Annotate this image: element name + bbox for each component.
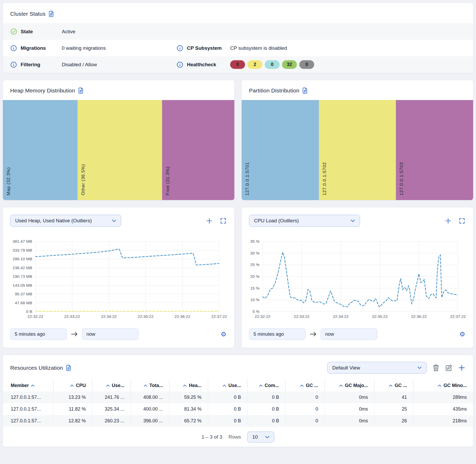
chevron-down-icon — [265, 436, 269, 439]
check-circle-icon — [10, 28, 21, 35]
y-axis-label: 238.42 MB — [13, 266, 32, 270]
fullscreen-icon[interactable] — [220, 218, 226, 224]
time-from-input[interactable]: 5 minutes ago — [10, 328, 67, 340]
sort-caret-icon — [300, 384, 304, 387]
table-cell: 435ms — [413, 403, 473, 415]
gear-icon[interactable]: ⚙ — [221, 331, 226, 338]
document-icon[interactable] — [302, 87, 308, 94]
time-from-input[interactable]: 5 minutes ago — [249, 328, 306, 340]
segment-label: Map (32.3%) — [6, 167, 11, 195]
healthcheck-badge: 0 — [265, 60, 280, 69]
y-axis-label: 381.47 MB — [13, 239, 32, 244]
table-cell: 289ms — [413, 391, 473, 403]
table-cell: 0 B — [247, 403, 285, 415]
column-header-gc-major[interactable]: GC ... — [285, 379, 324, 391]
cluster-status-row-migrations: Migrations 0 waiting migrations CP Subsy… — [3, 40, 473, 56]
y-axis-label: 286.10 MB — [13, 257, 32, 261]
table-cell: 127.0.0.1:57... — [3, 403, 54, 415]
table-cell: 0 B — [208, 403, 247, 415]
panel-title: Partition Distribution — [249, 87, 299, 94]
time-to-input[interactable]: now — [321, 328, 377, 340]
filtering-value: Disabled / Allow — [62, 62, 176, 68]
document-icon[interactable] — [66, 365, 71, 371]
x-axis-label: 22:34:22 — [101, 314, 117, 319]
distribution-segment: Free (31.3%) — [162, 100, 234, 200]
sort-caret-icon — [223, 384, 226, 387]
gear-icon[interactable]: ⚙ — [460, 331, 465, 338]
distribution-segment: 127.0.0.1:5703 — [396, 100, 473, 200]
sort-caret-icon — [144, 384, 147, 387]
column-header-gc-minor-time[interactable]: GC Mino... — [413, 379, 473, 391]
x-axis-label: 22:35:22 — [138, 314, 153, 319]
column-header-total-heap[interactable]: Tota... — [131, 379, 169, 391]
table-cell: 0ms — [324, 403, 374, 415]
sort-caret-icon — [389, 384, 392, 387]
arrow-right-icon — [310, 332, 317, 337]
x-axis-label: 22:34:22 — [333, 314, 348, 319]
healthcheck-badge: 32 — [282, 60, 297, 69]
sort-caret-icon — [259, 384, 263, 387]
page-size-value: 10 — [252, 434, 258, 440]
column-header-used-native[interactable]: Use... — [208, 379, 247, 391]
table-row[interactable]: 127.0.0.1:57...12.82 %260.23 ...396.00 .… — [3, 415, 473, 427]
distribution-segment: Map (32.3%) — [3, 100, 78, 200]
add-chart-icon[interactable] — [445, 218, 451, 224]
column-header-member[interactable]: Member — [3, 379, 54, 391]
column-header-heap-usage[interactable]: Hea... — [169, 379, 208, 391]
y-axis: 35 %30 %25 %20 %15 %10 %5 % — [249, 241, 263, 312]
view-selector[interactable]: Default View — [327, 362, 427, 374]
document-icon[interactable] — [49, 11, 54, 17]
table-row[interactable]: 127.0.0.1:57...13.23 %241.76 ...408.00 .… — [3, 391, 473, 403]
sort-caret-icon — [70, 384, 74, 387]
delete-view-icon[interactable] — [433, 364, 439, 372]
x-axis-label: 22:37:22 — [211, 314, 227, 319]
y-axis-label: 333.79 MB — [13, 248, 32, 253]
column-header-used-heap[interactable]: Use... — [92, 379, 131, 391]
time-to-input[interactable]: now — [82, 328, 139, 340]
y-axis-label: 15 % — [250, 286, 259, 291]
table-cell: 0ms — [324, 415, 374, 427]
resources-utilization-panel: Resources Utilization Default View — [3, 355, 473, 447]
document-icon[interactable] — [78, 87, 84, 94]
healthcheck-badge: 0 — [299, 60, 314, 69]
distribution-segment: 127.0.0.1:5702 — [319, 100, 396, 200]
y-axis-label: 25 % — [250, 262, 259, 267]
table-cell: 0 — [285, 415, 324, 427]
edit-view-icon[interactable] — [445, 364, 452, 372]
table-cell: 81.34 % — [169, 403, 208, 415]
pagination-range: 1 – 3 of 3 — [202, 434, 222, 440]
column-header-cpu[interactable]: CPU — [54, 379, 92, 391]
partition-distribution-panel: Partition Distribution 127.0.0.1:5701127… — [241, 80, 473, 200]
y-axis-label: 20 % — [250, 274, 259, 279]
info-icon — [176, 61, 187, 68]
page-size-selector[interactable]: 10 — [247, 432, 274, 443]
x-axis: 22:32:2222:33:2222:34:2222:35:2222:36:22… — [263, 312, 458, 319]
y-axis-label: 5 % — [252, 309, 259, 314]
table-cell: 218ms — [413, 415, 473, 427]
migrations-value: 0 waiting migrations — [62, 45, 176, 51]
x-axis-label: 22:36:22 — [411, 314, 427, 319]
column-header-committed[interactable]: Com... — [247, 379, 285, 391]
cpu-load-line-chart — [263, 241, 458, 312]
column-header-gc-minor[interactable]: GC ... — [374, 379, 413, 391]
column-header-gc-major-time[interactable]: GC Majo... — [324, 379, 374, 391]
table-cell: 11.82 % — [54, 403, 92, 415]
fullscreen-icon[interactable] — [459, 218, 465, 224]
table-row[interactable]: 127.0.0.1:57...11.82 %325.34 ...400.00 .… — [3, 403, 473, 415]
segment-label: Free (31.3%) — [165, 166, 170, 195]
segment-label: Other (36.5%) — [81, 164, 86, 195]
chevron-down-icon — [417, 366, 422, 369]
add-view-icon[interactable] — [458, 364, 465, 371]
add-chart-icon[interactable] — [206, 218, 213, 224]
cluster-status-row-state: State Active — [3, 23, 473, 40]
cluster-status-row-filtering: Filtering Disabled / Allow Healthcheck 0… — [3, 56, 473, 73]
metric-selector[interactable]: Used Heap, Used Native (Outliers) — [10, 215, 121, 227]
y-axis-label: 10 % — [250, 297, 259, 302]
panel-title: Resources Utilization — [10, 365, 63, 371]
table-cell: 0 — [285, 403, 324, 415]
cp-subsystem-label: CP Subsystem — [187, 45, 230, 51]
metric-selector[interactable]: CPU Load (Outliers) — [249, 215, 360, 227]
table-cell: 396.00 ... — [131, 415, 169, 427]
x-axis-label: 22:32:22 — [27, 314, 43, 319]
sort-caret-icon — [31, 384, 35, 387]
